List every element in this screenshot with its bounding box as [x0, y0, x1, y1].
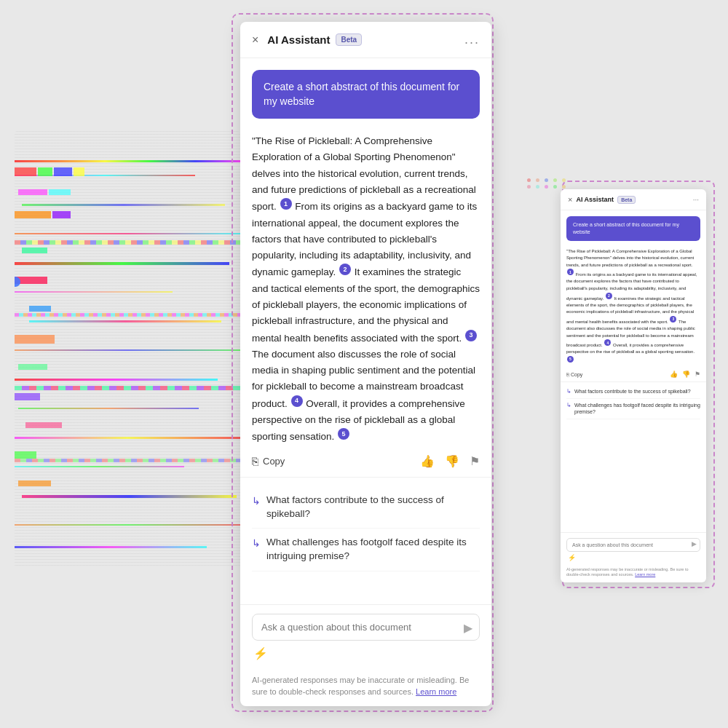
small-learn-more[interactable]: Learn more	[635, 572, 655, 577]
ai-assistant-panel: × AI Assistant Beta ... Create a short a…	[240, 22, 491, 706]
lightning-icon: ⚡	[252, 641, 480, 660]
small-suggestion-1[interactable]: ↳ What factors contribute to the success…	[566, 385, 700, 399]
small-close-button[interactable]: ×	[568, 195, 572, 204]
small-panel-title: AI Assistant	[576, 196, 614, 203]
small-citation-4: 4	[604, 339, 611, 346]
suggestion-arrow-1: ↳	[252, 494, 261, 509]
small-action-row: ⎘ Copy 👍 👎 ⚑	[561, 367, 706, 382]
small-citation-2: 2	[606, 293, 612, 299]
beta-badge: Beta	[336, 33, 362, 46]
small-citation-3: 3	[670, 316, 676, 323]
small-panel-header: × AI Assistant Beta ···	[561, 189, 706, 210]
small-suggestions: ↳ What factors contribute to the success…	[561, 382, 706, 422]
input-area: ▶ ⚡	[240, 604, 491, 669]
copy-button[interactable]: ⎘ Copy	[252, 455, 285, 467]
small-flag[interactable]: ⚑	[695, 371, 700, 378]
background-document-left	[15, 131, 240, 568]
response-part-3: It examines the strategic and tactical e…	[252, 266, 480, 343]
panel-body: Create a short abstract of this document…	[240, 58, 491, 604]
suggestion-arrow-2: ↳	[252, 537, 261, 551]
send-button[interactable]: ▶	[464, 620, 472, 634]
small-input-area: ▶ ⚡	[561, 532, 706, 565]
small-lightning: ⚡	[566, 552, 700, 561]
copy-icon: ⎘	[252, 455, 258, 467]
more-options-button[interactable]: ...	[464, 32, 480, 47]
small-disclaimer: AI-generated responses may be inaccurate…	[561, 565, 706, 582]
feedback-icons: 👍 👎 ⚑	[420, 454, 480, 468]
decorative-dots	[527, 178, 568, 189]
small-thumbs-down[interactable]: 👎	[682, 371, 690, 378]
small-suggestion-2[interactable]: ↳ What challenges has footgolf faced des…	[566, 399, 700, 419]
small-citation-5: 5	[567, 356, 574, 363]
small-send-button[interactable]: ▶	[692, 540, 697, 547]
question-input[interactable]	[252, 614, 480, 641]
citation-2[interactable]: 2	[339, 264, 351, 275]
panel-header: × AI Assistant Beta ...	[240, 22, 491, 58]
citation-5[interactable]: 5	[338, 428, 349, 440]
suggestion-text-2: What challenges has footgolf faced despi…	[266, 536, 480, 563]
action-row: ⎘ Copy 👍 👎 ⚑	[240, 446, 491, 478]
thumbs-up-button[interactable]: 👍	[420, 454, 435, 468]
suggestions-section: ↳ What factors contribute to the success…	[240, 478, 491, 581]
small-more-button[interactable]: ···	[693, 196, 699, 204]
small-input-wrapper: ▶	[566, 537, 700, 552]
small-thumbs-up[interactable]: 👍	[670, 371, 678, 378]
close-button[interactable]: ×	[252, 33, 258, 47]
small-user-prompt: Create a short abstract of this document…	[566, 216, 700, 241]
small-copy-button[interactable]: ⎘ Copy	[566, 372, 582, 377]
learn-more-link[interactable]: Learn more	[416, 687, 456, 696]
thumbs-down-button[interactable]: 👎	[445, 454, 459, 468]
small-question-input[interactable]	[566, 538, 700, 552]
panel-title: AI Assistant	[267, 33, 330, 46]
suggestion-item-1[interactable]: ↳ What factors contribute to the success…	[252, 486, 480, 529]
small-citation-1: 1	[567, 269, 574, 275]
small-ai-response: "The Rise of Pickleball: A Comprehensive…	[561, 247, 706, 367]
small-preview-panel: × AI Assistant Beta ··· Create a short a…	[561, 189, 706, 582]
disclaimer-text: AI-generated responses may be inaccurate…	[240, 669, 491, 706]
copy-label: Copy	[263, 456, 285, 467]
citation-3[interactable]: 3	[465, 330, 477, 341]
citation-1[interactable]: 1	[280, 198, 292, 210]
input-wrapper: ▶	[252, 614, 480, 641]
user-prompt-bubble: Create a short abstract of this document…	[252, 70, 480, 119]
suggestion-item-2[interactable]: ↳ What challenges has footgolf faced des…	[252, 529, 480, 571]
flag-button[interactable]: ⚑	[470, 454, 480, 468]
ai-response-text: "The Rise of Pickleball: A Comprehensive…	[240, 130, 491, 445]
small-beta-badge: Beta	[617, 196, 636, 204]
small-feedback: 👍 👎 ⚑	[670, 371, 700, 378]
small-panel-body: Create a short abstract of this document…	[561, 210, 706, 532]
citation-4[interactable]: 4	[291, 395, 303, 407]
suggestion-text-1: What factors contribute to the success o…	[266, 494, 480, 521]
